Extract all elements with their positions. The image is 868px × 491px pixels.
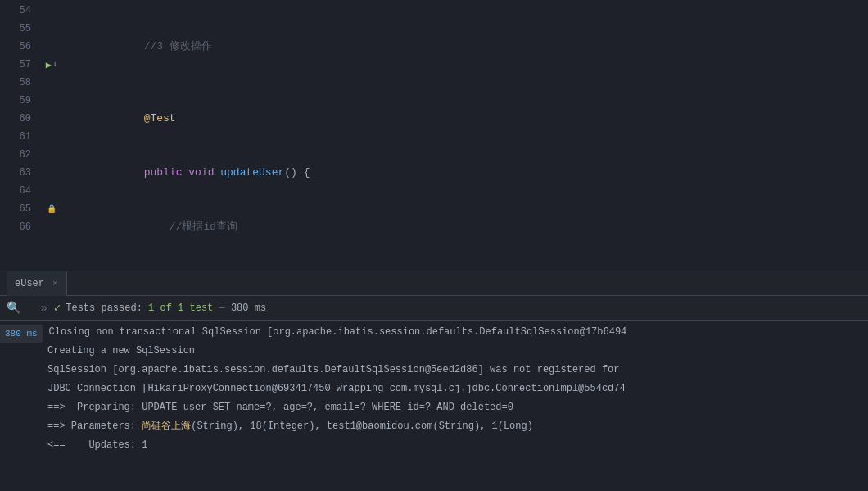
console-line-0: 380 ms Closing non transactional SqlSess… [0,324,868,343]
ln-58: 58 [7,74,31,92]
code-line-54 [64,2,868,20]
time-badge-empty-4: 000 [0,400,41,418]
gutter-54 [39,2,64,20]
editor-container: 54 55 56 57 58 59 60 61 62 63 64 65 66 ▶… [0,0,868,491]
ln-54: 54 [7,2,31,20]
console-text-4: ==> Preparing: UPDATE user SET name=?, a… [41,399,868,416]
console-text-6: <== Updates: 1 [41,437,868,453]
gutter-56 [39,38,64,56]
comment-55: //3 修改操作 [118,40,211,52]
console-output[interactable]: 380 ms Closing non transactional SqlSess… [0,321,868,491]
gutter-65: 🔒 [39,200,64,218]
console-text-3: JDBC Connection [HikariProxyConnection@6… [41,380,868,397]
kw-void: void [188,166,220,179]
code-line-57: @Test [64,92,868,146]
code-line-56 [64,74,868,92]
lock-icon: 🔒 [47,204,57,214]
gutter-58 [39,74,64,92]
test-sep: — [219,302,231,314]
gutter-66 [39,218,64,236]
method-name: updateUser [220,166,284,179]
console-line-4: 000 ==> Preparing: UPDATE user SET name=… [0,399,868,418]
ln-64: 64 [7,182,31,200]
gutter-64 [39,182,64,200]
ln-66: 66 [7,218,31,236]
test-status-text: Tests passed: 1 of 1 test — 380 ms [66,302,266,314]
run-icon[interactable]: ▶ [46,59,52,71]
gutter-57[interactable]: ▶ ⬇ [39,56,64,74]
panel-tab-close[interactable]: × [52,279,58,289]
console-text-2: SqlSession [org.apache.ibatis.session.de… [41,361,868,378]
gutter-61 [39,128,64,146]
gutter-62 [39,146,64,164]
ln-62: 62 [7,146,31,164]
test-count: 1 of 1 test [148,302,213,314]
time-badge-empty-1: 000 [0,343,41,361]
gutter-60 [39,110,64,128]
gutter-63 [39,164,64,182]
console-line-1: 000 Creating a new SqlSession [0,343,868,361]
console-line-6: 000 <== Updates: 1 [0,437,868,456]
time-badge: 380 ms [0,325,43,343]
console-text-5: ==> Parameters: 尚硅谷上海(String), 18(Intege… [41,418,868,434]
ln-63: 63 [7,164,31,182]
test-pass-icon: ✓ [54,301,61,315]
comment-59: //根据id查询 [118,220,237,233]
test-status-label: Tests passed: [66,302,142,314]
test-status: ✓ Tests passed: 1 of 1 test — 380 ms [54,301,266,315]
code-editor[interactable]: 54 55 56 57 58 59 60 61 62 63 64 65 66 ▶… [0,0,868,271]
gutter: ▶ ⬇ 🔒 [39,0,64,271]
console-text-0: Closing non transactional SqlSession [or… [43,324,868,340]
panel-tab-bar: eUser × [0,271,868,296]
ln-57: 57 [7,56,31,74]
time-badge-empty-5: 000 [0,419,41,437]
bookmark-icon: ⬇ [52,60,57,70]
gutter-59 [39,92,64,110]
time-badge-empty-3: 000 [0,381,41,399]
code-line-59: //根据id查询 [64,200,868,254]
code-line-55: //3 修改操作 [64,20,868,74]
chevron-right-icon: » [40,302,47,315]
console-text-1: Creating a new SqlSession [41,343,868,359]
ln-59: 59 [7,92,31,110]
console-line-5: 000 ==> Parameters: 尚硅谷上海(String), 18(In… [0,418,868,437]
console-line-3: 000 JDBC Connection [HikariProxyConnecti… [0,380,868,399]
code-line-58: public void updateUser() { [64,146,868,200]
paren-open: () { [284,166,310,179]
code-lines[interactable]: //3 修改操作 @Test public void updateUser() … [64,0,868,271]
time-badge-empty-6: 000 [0,438,41,456]
code-line-60: User user = userMapper.selectById(1); [64,254,868,271]
test-time: 380 ms [231,302,266,314]
toolbar-row: 🔍 » ✓ Tests passed: 1 of 1 test — 380 ms [0,296,868,321]
annotation-57: @Test [118,112,175,125]
ln-61: 61 [7,128,31,146]
panel-tab-euser[interactable]: eUser × [7,271,67,296]
ln-56: 56 [7,38,31,56]
kw-public: public [118,166,188,179]
ln-65: 65 [7,200,31,218]
cn-param: 尚硅谷上海 [142,421,191,432]
line-numbers: 54 55 56 57 58 59 60 61 62 63 64 65 66 [0,0,39,271]
gutter-55 [39,20,64,38]
time-badge-empty-2: 000 [0,362,41,380]
panel-tab-label: eUser [15,278,44,289]
console-line-2: 000 SqlSession [org.apache.ibatis.sessio… [0,361,868,380]
ln-55: 55 [7,20,31,38]
ln-60: 60 [7,110,31,128]
bottom-panel: eUser × 🔍 » ✓ Tests passed: 1 of 1 test … [0,271,868,491]
search-toolbar-icon[interactable]: 🔍 [7,301,20,315]
toolbar-separator [27,302,34,315]
